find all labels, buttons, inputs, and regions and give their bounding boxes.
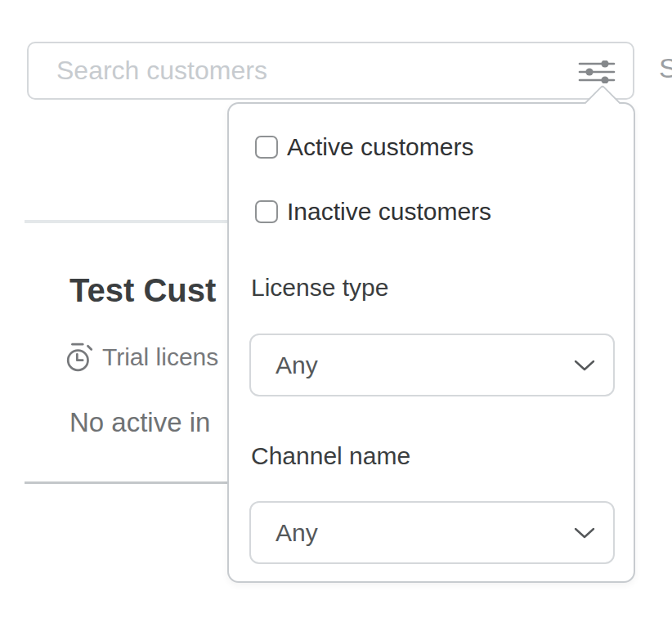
channel-name-label: Channel name (251, 442, 410, 470)
filter-button[interactable] (572, 55, 621, 89)
inactive-customers-checkbox[interactable] (255, 200, 278, 223)
section-divider-top (25, 220, 237, 223)
channel-name-select[interactable]: Any (249, 501, 615, 564)
select-value: Any (276, 352, 574, 379)
filter-popover: Active customers Inactive customers Lice… (227, 102, 635, 583)
license-info-row: Trial licens (65, 342, 218, 373)
license-text: Trial licens (102, 343, 218, 371)
select-value: Any (276, 519, 574, 547)
active-customers-option[interactable]: Active customers (255, 133, 473, 161)
chevron-down-icon (574, 360, 595, 371)
section-divider-bottom (25, 481, 237, 484)
active-customers-checkbox[interactable] (255, 136, 278, 159)
chevron-down-icon (574, 527, 595, 539)
checkbox-label: Active customers (287, 133, 473, 161)
inactive-customers-option[interactable]: Inactive customers (255, 198, 491, 226)
stopwatch-icon (65, 342, 95, 373)
customer-status-text: No active in (69, 407, 210, 438)
sliders-icon (578, 60, 616, 83)
license-type-label: License type (251, 274, 388, 302)
search-bar (27, 42, 634, 100)
edge-clipped-text: S (659, 52, 672, 84)
search-input[interactable] (56, 43, 563, 98)
license-type-select[interactable]: Any (249, 334, 615, 396)
checkbox-label: Inactive customers (287, 198, 491, 226)
customer-title: Test Cust (69, 272, 216, 309)
